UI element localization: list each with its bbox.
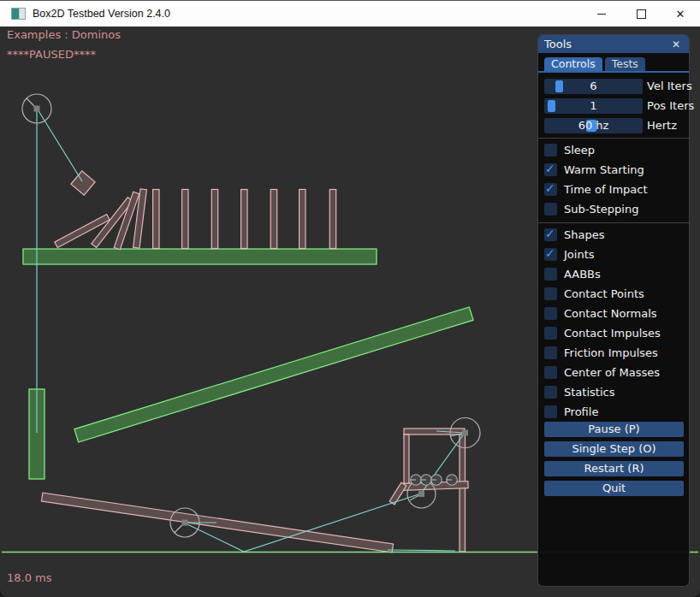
pause-p-button[interactable]: Pause (P) bbox=[544, 422, 684, 437]
checkbox-label: Joints bbox=[564, 248, 595, 261]
checkbox-contact-impulses[interactable]: Contact Impulses bbox=[544, 327, 685, 340]
checkbox-friction-impulses[interactable]: Friction Impulses bbox=[544, 346, 685, 359]
minimize-icon bbox=[597, 14, 606, 15]
hertz-value: 60 hz bbox=[544, 118, 643, 133]
tabbar: Controls Tests bbox=[544, 57, 645, 71]
tab-tests[interactable]: Tests bbox=[605, 57, 645, 71]
vel-iters-label: Vel Iters bbox=[647, 79, 692, 94]
tools-panel: Tools ✕ Controls Tests 6 Vel Iters 1 Pos… bbox=[537, 34, 690, 587]
frame-right bbox=[460, 434, 466, 552]
checkbox-box-icon[interactable] bbox=[544, 248, 557, 261]
close-icon: ✕ bbox=[676, 9, 685, 20]
minimize-button[interactable] bbox=[582, 1, 621, 27]
checkbox-box-icon[interactable] bbox=[544, 366, 557, 379]
tab-underline bbox=[538, 71, 689, 73]
checkbox-label: Contact Impulses bbox=[564, 327, 661, 340]
checkbox-box-icon[interactable] bbox=[544, 287, 557, 300]
checkbox-label: Contact Points bbox=[564, 287, 644, 300]
checkbox-label: Shapes bbox=[564, 228, 604, 241]
single-step-o-button[interactable]: Single Step (O) bbox=[544, 441, 684, 457]
hertz-label: Hertz bbox=[647, 118, 677, 133]
seesaw-plank bbox=[41, 493, 393, 553]
checkbox-label: Profile bbox=[564, 405, 598, 418]
checkbox-label: Contact Normals bbox=[564, 307, 657, 320]
maximize-button[interactable] bbox=[621, 1, 661, 27]
window-title: Box2D Testbed Version 2.4.0 bbox=[33, 8, 170, 20]
checkbox-profile[interactable]: Profile bbox=[544, 405, 685, 418]
checkbox-label: Friction Impulses bbox=[564, 346, 658, 359]
checkbox-box-icon[interactable] bbox=[544, 228, 557, 241]
maximize-icon bbox=[637, 9, 646, 19]
checkbox-box-icon[interactable] bbox=[544, 268, 557, 281]
tab-controls[interactable]: Controls bbox=[544, 57, 602, 71]
checkbox-warm-starting[interactable]: Warm Starting bbox=[544, 163, 685, 176]
checkbox-contact-points[interactable]: Contact Points bbox=[544, 287, 685, 300]
pos-iters-track[interactable]: 1 bbox=[544, 98, 643, 114]
vel-iters-track[interactable]: 6 bbox=[544, 79, 643, 94]
checkbox-time-of-impact[interactable]: Time of Impact bbox=[544, 183, 685, 196]
checkbox-box-icon[interactable] bbox=[544, 183, 557, 196]
hertz-slider[interactable]: 60 hz Hertz bbox=[544, 118, 685, 133]
checkbox-box-icon[interactable] bbox=[544, 346, 557, 359]
example-label: Examples : Dominos bbox=[7, 28, 121, 41]
hertz-track[interactable]: 60 hz bbox=[544, 118, 643, 133]
pendulum-box bbox=[71, 171, 95, 195]
app-icon bbox=[11, 8, 26, 20]
balls bbox=[411, 475, 458, 486]
frame-left bbox=[404, 434, 409, 485]
pos-iters-label: Pos Iters bbox=[647, 98, 694, 114]
tools-panel-title: Tools bbox=[544, 38, 669, 50]
vel-iters-value: 6 bbox=[544, 79, 643, 94]
paused-label: ****PAUSED**** bbox=[7, 48, 96, 61]
anchor-squares bbox=[34, 106, 469, 526]
checkbox-label: AABBs bbox=[564, 268, 601, 281]
checkbox-list: SleepWarm StartingTime of ImpactSub-Step… bbox=[544, 144, 685, 425]
separator bbox=[538, 222, 691, 223]
checkbox-box-icon[interactable] bbox=[544, 144, 557, 157]
dominos bbox=[55, 189, 336, 250]
checkbox-label: Sub-Stepping bbox=[564, 203, 638, 216]
checkbox-aabbs[interactable]: AABBs bbox=[544, 268, 685, 281]
checkbox-box-icon[interactable] bbox=[544, 386, 557, 399]
checkbox-contact-normals[interactable]: Contact Normals bbox=[544, 307, 685, 320]
checkbox-shapes[interactable]: Shapes bbox=[544, 228, 685, 241]
pos-iters-slider[interactable]: 1 Pos Iters bbox=[544, 98, 685, 114]
checkbox-box-icon[interactable] bbox=[544, 307, 557, 320]
checkbox-label: Sleep bbox=[564, 144, 595, 157]
frame-time-label: 18.0 ms bbox=[7, 571, 52, 584]
restart-r-button[interactable]: Restart (R) bbox=[544, 461, 684, 476]
circles bbox=[22, 94, 480, 537]
checkbox-label: Time of Impact bbox=[564, 183, 648, 196]
button-list: Pause (P)Single Step (O)Restart (R)Quit bbox=[544, 422, 684, 500]
app-window: Examples : Dominos ****PAUSED**** 18.0 m… bbox=[0, 0, 700, 597]
green-ramp bbox=[74, 307, 473, 442]
tools-panel-titlebar[interactable]: Tools ✕ bbox=[538, 35, 689, 53]
checkbox-sleep[interactable]: Sleep bbox=[544, 144, 685, 157]
quit-button[interactable]: Quit bbox=[544, 481, 684, 496]
checkbox-box-icon[interactable] bbox=[544, 163, 557, 176]
checkbox-box-icon[interactable] bbox=[544, 203, 557, 216]
window-titlebar[interactable]: Box2D Testbed Version 2.4.0 ✕ bbox=[0, 0, 700, 27]
pos-iters-value: 1 bbox=[544, 98, 643, 114]
checkbox-box-icon[interactable] bbox=[544, 327, 557, 340]
checkbox-joints[interactable]: Joints bbox=[544, 248, 685, 261]
tools-close-icon[interactable]: ✕ bbox=[669, 38, 683, 50]
checkbox-label: Warm Starting bbox=[564, 163, 644, 176]
checkbox-label: Center of Masses bbox=[564, 366, 660, 379]
checkbox-sub-stepping[interactable]: Sub-Stepping bbox=[544, 203, 685, 216]
checkbox-label: Statistics bbox=[564, 386, 614, 399]
frame-top bbox=[404, 429, 465, 434]
close-button[interactable]: ✕ bbox=[661, 1, 700, 27]
checkbox-statistics[interactable]: Statistics bbox=[544, 386, 685, 399]
checkbox-box-icon[interactable] bbox=[544, 405, 557, 418]
checkbox-center-of-masses[interactable]: Center of Masses bbox=[544, 366, 685, 379]
separator bbox=[538, 138, 691, 139]
vel-iters-slider[interactable]: 6 Vel Iters bbox=[544, 79, 685, 94]
